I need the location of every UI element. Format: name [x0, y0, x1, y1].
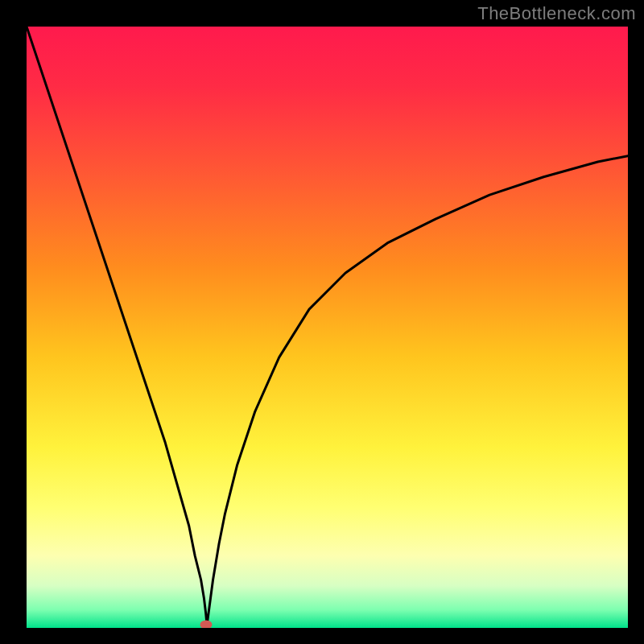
watermark-text: TheBottleneck.com	[477, 3, 636, 24]
optimum-marker	[200, 621, 212, 628]
bottleneck-curve	[27, 27, 628, 628]
plot-area	[27, 27, 628, 628]
chart-frame: TheBottleneck.com	[0, 0, 644, 644]
